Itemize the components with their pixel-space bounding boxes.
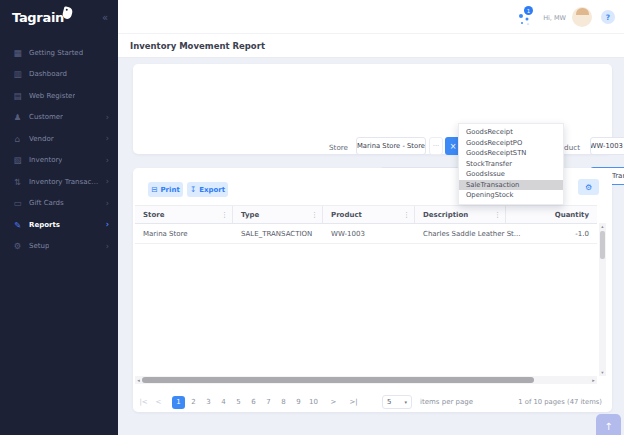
- pagination-page-8[interactable]: 8: [277, 396, 290, 409]
- dropdown-option[interactable]: StockTransfer: [459, 159, 563, 170]
- column-menu-icon[interactable]: ⋮: [221, 211, 228, 219]
- column-header-product[interactable]: Product ⋮: [323, 206, 415, 223]
- sidebar-item-reports[interactable]: ✎ Reports ›: [0, 214, 118, 236]
- pagination-page-10[interactable]: 10: [307, 396, 320, 409]
- grid-settings-button[interactable]: ⚙: [578, 179, 599, 195]
- pagination-page-6[interactable]: 6: [247, 396, 260, 409]
- sidebar-item-gift-cards[interactable]: ▭ Gift Cards ›: [0, 193, 118, 215]
- export-icon: ↧: [190, 185, 196, 194]
- column-menu-icon[interactable]: ⋮: [494, 211, 501, 219]
- pagination-page-7[interactable]: 7: [262, 396, 275, 409]
- pagination: |< < 1 2 3 4 5 6 7 8 9 10 > >| 5 ▾ items…: [137, 395, 473, 409]
- horizontal-scrollbar[interactable]: ◂ ▸: [135, 376, 597, 384]
- cart-icon: ▤: [12, 91, 23, 101]
- sidebar-item-customer[interactable]: ♟ Customer ›: [0, 107, 118, 129]
- pagination-page-4[interactable]: 4: [217, 396, 230, 409]
- page-title: Inventory Movement Report: [130, 41, 265, 51]
- pagination-page-2[interactable]: 2: [187, 396, 200, 409]
- sidebar-item-label: Web Register: [29, 92, 75, 100]
- notifications-button[interactable]: 1: [518, 12, 532, 26]
- sidebar-item-label: Inventory Transactions: [29, 178, 100, 186]
- cell-product: WW-1003: [323, 230, 415, 238]
- print-icon: ⊟: [151, 185, 157, 194]
- avatar[interactable]: [572, 7, 592, 27]
- vendor-icon: ⌂: [12, 134, 23, 144]
- topbar: 1 Hi, MW ?: [118, 0, 624, 34]
- dropdown-option[interactable]: GoodsReceiptPO: [459, 138, 563, 149]
- scroll-left-icon[interactable]: ◂: [135, 377, 142, 383]
- gift-icon: ▭: [12, 198, 23, 208]
- sidebar-item-getting-started[interactable]: ▦ Getting Started: [0, 42, 118, 64]
- pagination-prev-button[interactable]: <: [152, 396, 165, 409]
- chevron-right-icon: ›: [106, 242, 109, 251]
- sidebar-collapse-icon[interactable]: «: [102, 12, 108, 23]
- sidebar-item-label: Reports: [29, 221, 60, 229]
- report-panel: ⊟ Print ↧ Export ⚙ Store ⋮ Type ⋮ Produc…: [133, 168, 612, 412]
- scroll-up-icon[interactable]: ▴: [601, 223, 603, 230]
- export-label: Export: [199, 186, 225, 194]
- cell-type: SALE_TRANSACTION: [233, 230, 323, 238]
- app-logo: Tagrain: [12, 10, 64, 25]
- sidebar-item-web-register[interactable]: ▤ Web Register: [0, 85, 118, 107]
- store-more-button[interactable]: ···: [429, 137, 443, 155]
- cell-quantity: -1.0: [506, 230, 597, 238]
- column-title: Product: [331, 211, 362, 219]
- sidebar-item-vendor[interactable]: ⌂ Vendor ›: [0, 128, 118, 150]
- vertical-scroll-thumb[interactable]: [600, 231, 605, 259]
- column-header-store[interactable]: Store ⋮: [135, 206, 233, 223]
- print-label: Print: [160, 186, 179, 194]
- pagination-last-button[interactable]: >|: [347, 396, 360, 409]
- scroll-down-icon[interactable]: ▾: [601, 369, 603, 376]
- dropdown-option[interactable]: GoodsReceiptSTN: [459, 148, 563, 159]
- column-title: Store: [143, 211, 164, 219]
- store-label: Store: [288, 143, 348, 152]
- sidebar-item-dashboard[interactable]: ▥ Dashboard: [0, 64, 118, 86]
- column-title: Description: [423, 211, 468, 219]
- sidebar: Tagrain « ▦ Getting Started ▥ Dashboard …: [0, 0, 118, 435]
- sidebar-item-setup[interactable]: ⚙ Setup ›: [0, 236, 118, 258]
- horizontal-scroll-thumb[interactable]: [142, 377, 534, 383]
- pagination-first-button[interactable]: |<: [137, 396, 150, 409]
- chevron-down-icon: ▾: [404, 399, 407, 405]
- pagination-page-5[interactable]: 5: [232, 396, 245, 409]
- pagination-next-button[interactable]: >: [327, 396, 340, 409]
- column-header-type[interactable]: Type ⋮: [233, 206, 323, 223]
- items-per-page-label: items per page: [420, 398, 473, 406]
- product-input[interactable]: WW-1003 - Charles Sad: [590, 137, 624, 155]
- dropdown-option[interactable]: GoodsIssue: [459, 169, 563, 180]
- pagination-page-9[interactable]: 9: [292, 396, 305, 409]
- cell-description: Charles Saddle Leather St...: [415, 230, 506, 238]
- sidebar-item-label: Getting Started: [29, 49, 83, 57]
- gear-icon: ⚙: [585, 183, 592, 192]
- help-button[interactable]: ?: [601, 10, 615, 24]
- column-title: Quantity: [555, 211, 589, 219]
- sidebar-item-inventory-transactions[interactable]: ⇅ Inventory Transactions ›: [0, 171, 118, 193]
- pagination-summary: 1 of 10 pages (47 items): [518, 398, 602, 406]
- column-header-description[interactable]: Description ⋮: [415, 206, 506, 223]
- column-menu-icon[interactable]: ⋮: [403, 211, 410, 219]
- dropdown-option[interactable]: GoodsReceipt: [459, 127, 563, 138]
- sidebar-item-label: Setup: [29, 242, 49, 250]
- page-size-select[interactable]: 5 ▾: [382, 395, 412, 409]
- pagination-page-1[interactable]: 1: [172, 396, 185, 409]
- dropdown-option[interactable]: OpeningStock: [459, 190, 563, 201]
- scroll-right-icon[interactable]: ▸: [590, 377, 597, 383]
- column-menu-icon[interactable]: ⋮: [311, 211, 318, 219]
- store-input[interactable]: Marina Store - Store: [356, 137, 426, 155]
- setup-icon: ⚙: [12, 241, 23, 251]
- chevron-right-icon: ›: [106, 177, 109, 186]
- sidebar-item-label: Vendor: [29, 135, 54, 143]
- avatar-body-icon: [576, 8, 589, 15]
- print-button[interactable]: ⊟ Print: [148, 182, 183, 197]
- sidebar-item-inventory[interactable]: ▧ Inventory ›: [0, 150, 118, 172]
- scroll-to-top-button[interactable]: ↑: [596, 414, 621, 435]
- sidebar-item-label: Customer: [29, 113, 63, 121]
- user-greeting: Hi, MW: [543, 14, 566, 22]
- vertical-scrollbar[interactable]: ▴ ▾: [599, 223, 606, 376]
- pagination-page-3[interactable]: 3: [202, 396, 215, 409]
- titlebar: Inventory Movement Report: [118, 34, 624, 58]
- export-button[interactable]: ↧ Export: [187, 182, 228, 197]
- column-header-quantity[interactable]: Quantity: [506, 206, 597, 223]
- chevron-right-icon: ›: [106, 220, 109, 229]
- dropdown-option-selected[interactable]: SaleTransaction: [459, 180, 563, 191]
